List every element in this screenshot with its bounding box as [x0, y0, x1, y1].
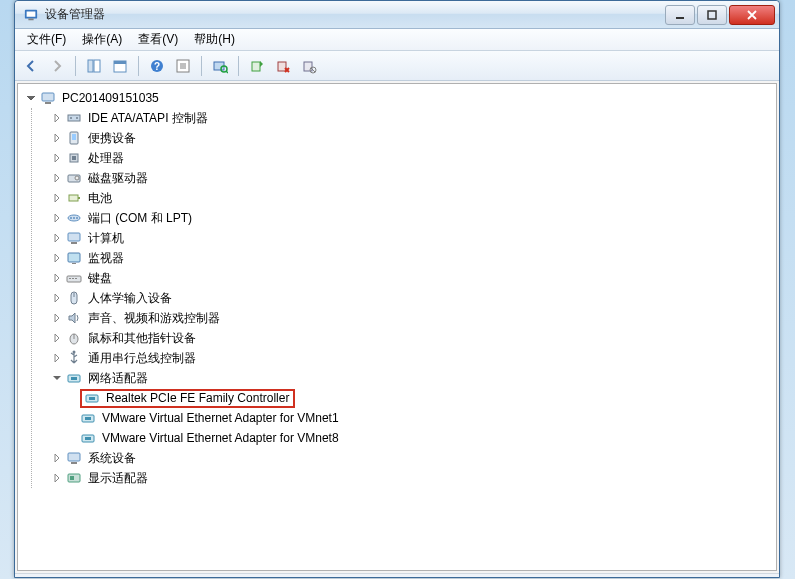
- tree-item-sound[interactable]: 声音、视频和游戏控制器: [32, 308, 776, 328]
- svg-rect-37: [68, 253, 80, 262]
- cpu-icon: [66, 150, 82, 166]
- expand-icon[interactable]: [50, 331, 64, 345]
- tree-item-system[interactable]: 系统设备: [32, 448, 776, 468]
- menubar: 文件(F) 操作(A) 查看(V) 帮助(H): [15, 29, 779, 51]
- svg-rect-5: [88, 60, 93, 72]
- expand-icon[interactable]: [50, 251, 64, 265]
- expand-icon[interactable]: [50, 151, 64, 165]
- expand-icon[interactable]: [50, 291, 64, 305]
- scan-hardware-button[interactable]: [208, 54, 232, 78]
- expand-icon[interactable]: [50, 311, 64, 325]
- svg-rect-30: [78, 197, 80, 199]
- back-button[interactable]: [19, 54, 43, 78]
- highlight-box: Realtek PCIe FE Family Controller: [80, 389, 295, 408]
- update-driver-button[interactable]: [245, 54, 269, 78]
- node-label: 系统设备: [86, 449, 138, 468]
- tree-item-realtek[interactable]: Realtek PCIe FE Family Controller: [32, 388, 776, 408]
- svg-rect-41: [72, 278, 74, 279]
- expand-icon[interactable]: [50, 191, 64, 205]
- svg-point-45: [73, 351, 76, 354]
- tree-item-monitor[interactable]: 监视器: [32, 248, 776, 268]
- disable-button[interactable]: [297, 54, 321, 78]
- svg-rect-16: [304, 62, 312, 71]
- menu-file[interactable]: 文件(F): [19, 29, 74, 50]
- svg-rect-4: [708, 11, 716, 19]
- tree-item-display[interactable]: 显示适配器: [32, 468, 776, 488]
- content-area: PC201409151035 IDE ATA/ATAPI 控制器 便携设备: [15, 81, 779, 573]
- node-label: 网络适配器: [86, 369, 150, 388]
- svg-rect-57: [70, 476, 74, 480]
- adapter-icon: [84, 390, 100, 406]
- node-label: 显示适配器: [86, 469, 150, 488]
- titlebar: 设备管理器: [15, 1, 779, 29]
- properties-button[interactable]: [108, 54, 132, 78]
- device-tree[interactable]: PC201409151035 IDE ATA/ATAPI 控制器 便携设备: [17, 83, 777, 571]
- node-label: 便携设备: [86, 129, 138, 148]
- menu-view[interactable]: 查看(V): [130, 29, 186, 50]
- tree-item-processor[interactable]: 处理器: [32, 148, 776, 168]
- close-button[interactable]: [729, 5, 775, 25]
- svg-rect-2: [28, 18, 33, 20]
- expand-icon[interactable]: [50, 131, 64, 145]
- resize-grip[interactable]: [15, 573, 779, 577]
- tree-item-disk[interactable]: 磁盘驱动器: [32, 168, 776, 188]
- help-button[interactable]: ?: [145, 54, 169, 78]
- svg-point-21: [70, 117, 72, 119]
- menu-action[interactable]: 操作(A): [74, 29, 130, 50]
- svg-rect-3: [676, 17, 684, 19]
- tree-item-usb[interactable]: 通用串行总线控制器: [32, 348, 776, 368]
- svg-rect-20: [68, 115, 80, 121]
- node-label: 键盘: [86, 269, 114, 288]
- tree-item-ide[interactable]: IDE ATA/ATAPI 控制器: [32, 108, 776, 128]
- disk-icon: [66, 170, 82, 186]
- tree-item-battery[interactable]: 电池: [32, 188, 776, 208]
- tree-root[interactable]: PC201409151035: [24, 88, 776, 108]
- node-label: VMware Virtual Ethernet Adapter for VMne…: [100, 430, 341, 446]
- collapse-icon[interactable]: [24, 91, 38, 105]
- expand-icon[interactable]: [50, 351, 64, 365]
- expand-icon[interactable]: [50, 111, 64, 125]
- svg-rect-1: [27, 11, 36, 16]
- tree-item-computer[interactable]: 计算机: [32, 228, 776, 248]
- svg-rect-19: [45, 102, 51, 104]
- node-label: 监视器: [86, 249, 126, 268]
- svg-point-34: [76, 217, 78, 219]
- expand-icon[interactable]: [50, 231, 64, 245]
- uninstall-button[interactable]: [271, 54, 295, 78]
- usb-icon: [66, 350, 82, 366]
- battery-icon: [66, 190, 82, 206]
- expand-icon[interactable]: [50, 271, 64, 285]
- svg-rect-26: [72, 156, 76, 160]
- expand-icon[interactable]: [50, 471, 64, 485]
- node-label: 电池: [86, 189, 114, 208]
- show-hide-tree-button[interactable]: [82, 54, 106, 78]
- monitor-icon: [66, 250, 82, 266]
- forward-button[interactable]: [45, 54, 69, 78]
- svg-rect-49: [89, 397, 95, 400]
- svg-point-33: [73, 217, 75, 219]
- tree-item-vmnet1[interactable]: VMware Virtual Ethernet Adapter for VMne…: [32, 408, 776, 428]
- svg-rect-53: [85, 437, 91, 440]
- minimize-button[interactable]: [665, 5, 695, 25]
- tree-item-mouse[interactable]: 鼠标和其他指针设备: [32, 328, 776, 348]
- tree-item-network[interactable]: 网络适配器: [32, 368, 776, 388]
- expand-icon[interactable]: [50, 211, 64, 225]
- window-title: 设备管理器: [45, 6, 663, 23]
- collapse-icon[interactable]: [50, 371, 64, 385]
- tree-item-hid[interactable]: 人体学输入设备: [32, 288, 776, 308]
- svg-rect-8: [114, 61, 126, 64]
- action-button[interactable]: [171, 54, 195, 78]
- expand-icon[interactable]: [50, 451, 64, 465]
- tree-item-ports[interactable]: 端口 (COM 和 LPT): [32, 208, 776, 228]
- controller-icon: [66, 110, 82, 126]
- expand-icon[interactable]: [50, 171, 64, 185]
- svg-point-22: [76, 117, 78, 119]
- tree-item-keyboard[interactable]: 键盘: [32, 268, 776, 288]
- menu-help[interactable]: 帮助(H): [186, 29, 243, 50]
- node-label: 磁盘驱动器: [86, 169, 150, 188]
- hid-icon: [66, 290, 82, 306]
- tree-item-vmnet8[interactable]: VMware Virtual Ethernet Adapter for VMne…: [32, 428, 776, 448]
- tree-item-portable[interactable]: 便携设备: [32, 128, 776, 148]
- maximize-button[interactable]: [697, 5, 727, 25]
- app-icon: [23, 7, 39, 23]
